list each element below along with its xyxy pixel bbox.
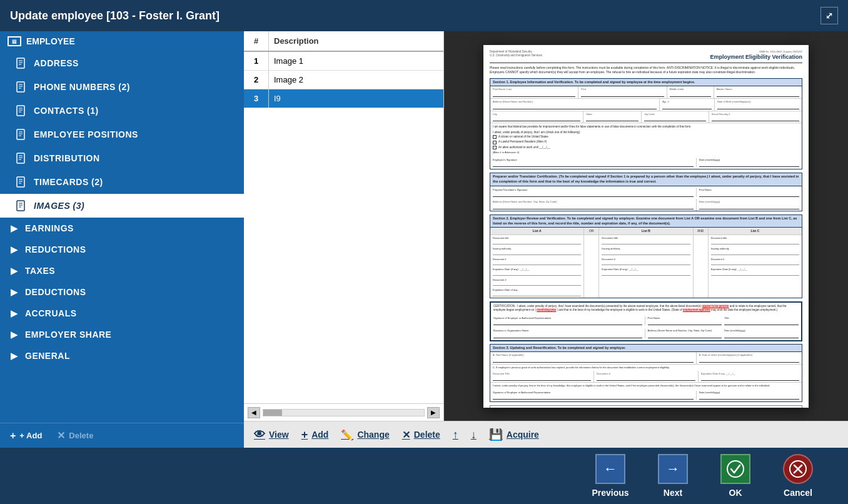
add-image-button[interactable]: + Add	[301, 428, 329, 441]
i9-city: City	[490, 111, 583, 123]
taxes-expand-arrow: ▶	[10, 266, 19, 275]
sidebar-item-timecards[interactable]: TIMECARDS (2)	[0, 170, 244, 194]
move-down-button[interactable]: ↓	[471, 428, 477, 441]
sidebar-item-employer-share[interactable]: ▶ EMPLOYER SHARE	[0, 324, 244, 345]
i9-address: Address (Street Name and Number)	[490, 99, 660, 111]
i9-zip: Zip Code	[642, 111, 709, 123]
sidebar-item-employee-positions[interactable]: EMPLOYEE POSITIONS	[0, 123, 244, 146]
row-num-3: 3	[244, 89, 269, 108]
i9-list-a-doc-title: Document title	[490, 235, 584, 246]
i9-list-b-doc-title: Document title	[599, 235, 693, 246]
sidebar-item-images[interactable]: IMAGES (3)	[0, 194, 244, 218]
delete-button[interactable]: ✕ Delete	[57, 430, 93, 441]
i9-footer-note: NOTE: This is the latin editor of the Fo…	[490, 405, 802, 407]
i9-state: State	[583, 111, 642, 123]
add-label: + Add	[19, 431, 42, 440]
ok-button[interactable]: OK	[710, 454, 760, 498]
i9-list-and-spacer5	[694, 277, 709, 288]
i9-list-b-header: List B	[599, 228, 693, 234]
employee-icon: ▤	[8, 36, 21, 46]
i9-employer-sig-row: Signature of Employer or Authorized Repr…	[491, 315, 801, 328]
i9-employer-org: Business or Organization Name	[493, 329, 645, 338]
cancel-button[interactable]: Cancel	[773, 454, 823, 498]
maximize-button[interactable]: ⤢	[820, 7, 838, 24]
sidebar-item-contacts[interactable]: CONTACTS (1)	[0, 99, 244, 123]
i9-list-data-2: Issuing authority Issuing authority	[490, 246, 802, 256]
table-row[interactable]: 1 Image 1	[244, 52, 443, 71]
acquire-label: Acquire	[507, 430, 539, 440]
sidebar-item-accruals[interactable]: ▶ ACCRUALS	[0, 303, 244, 324]
i9-list-and-spacer4	[694, 266, 709, 277]
previous-button[interactable]: ← Previous	[585, 454, 635, 498]
sidebar-item-general[interactable]: ▶ GENERAL	[0, 345, 244, 366]
horizontal-scrollbar[interactable]: ◀ ▶	[244, 403, 443, 421]
change-button[interactable]: ✏️ Change	[341, 429, 389, 441]
i9-list-a-expdate: Expiration Date of any...	[490, 287, 584, 298]
earnings-expand-arrow: ▶	[10, 224, 19, 233]
title-bar: Update employee [103 - Foster I. Grant] …	[0, 0, 848, 31]
general-expand-arrow: ▶	[10, 351, 19, 360]
i9-list-a-doc-num: Document #	[490, 256, 584, 267]
i9-list-c-exp: Expiration Date (if any): __/__/__	[709, 266, 802, 277]
i9-list-c-issuing: Issuing authority	[709, 246, 802, 256]
sidebar-item-deductions[interactable]: ▶ DEDUCTIONS	[0, 281, 244, 303]
svg-rect-8	[17, 106, 24, 116]
i9-header: Department of Homeland SecurityU.S. Citi…	[490, 50, 802, 63]
i9-preparer-name: Print Name	[697, 188, 799, 198]
table-row[interactable]: 2 Image 2	[244, 71, 443, 89]
sidebar-item-phone-numbers[interactable]: PHONE NUMBERS (2)	[0, 75, 244, 99]
svg-rect-24	[17, 201, 24, 211]
delete-image-button[interactable]: ✕ Delete	[402, 429, 440, 441]
i9-cb-citizen: A citizen or national of the United Stat…	[493, 135, 799, 139]
add-image-icon: +	[301, 428, 308, 441]
i9-list-data-3: Document # Document # Do	[490, 256, 802, 267]
i9-list-a-doc2: Document #	[490, 277, 584, 288]
i9-list-a-header: List A	[490, 228, 584, 234]
cancel-label: Cancel	[784, 488, 812, 498]
next-button[interactable]: → Next	[648, 454, 698, 498]
phone-icon	[15, 81, 28, 93]
move-up-button[interactable]: ↑	[453, 428, 458, 441]
i9-dob: Date of Birth (month/day/year)	[715, 99, 802, 111]
main-content: ▤ EMPLOYEE ADDRESS	[0, 31, 848, 448]
sidebar-item-phone-label: PHONE NUMBERS (2)	[34, 82, 130, 92]
sidebar-scroll[interactable]: ADDRESS PHONE NUMBERS (2)	[0, 51, 244, 423]
sidebar-item-timecards-label: TIMECARDS (2)	[34, 177, 103, 187]
i9-list-or-spacer2	[584, 246, 599, 256]
add-button[interactable]: + + Add	[10, 430, 42, 441]
i9-list-and-spacer	[694, 235, 709, 246]
sidebar-item-taxes[interactable]: ▶ TAXES	[0, 260, 244, 281]
acquire-icon: 💾	[489, 428, 503, 441]
sidebar-item-reductions[interactable]: ▶ REDUCTIONS	[0, 239, 244, 260]
i9-list-and-spacer3	[694, 256, 709, 267]
contacts-icon	[15, 104, 28, 117]
view-label: View	[269, 430, 289, 440]
row-desc-1: Image 1	[269, 52, 443, 70]
scroll-right-arrow[interactable]: ▶	[427, 407, 440, 418]
sidebar-item-address[interactable]: ADDRESS	[0, 51, 244, 75]
delete-image-label: Delete	[414, 430, 440, 440]
sidebar-item-earnings[interactable]: ▶ EARNINGS	[0, 218, 244, 239]
sidebar-item-distribution[interactable]: DISTRIBUTION	[0, 146, 244, 170]
svg-rect-12	[17, 129, 24, 139]
delete-label: Delete	[69, 431, 93, 440]
i9-form-title: Employment Eligibility Verification	[710, 53, 802, 61]
table-scroll[interactable]: 1 Image 1 2 Image 2 3 I9	[244, 52, 443, 403]
i9-s3-exp-date: Expiration Date if any: __/__/__	[699, 371, 802, 383]
i9-s3-doc-num: Document #	[594, 371, 698, 383]
content-area: # Description 1 Image 1 2 Image 2 3 I9	[244, 31, 848, 448]
sidebar-header: ▤ EMPLOYEE	[0, 31, 244, 51]
window-title: Update employee [103 - Foster I. Grant]	[10, 9, 220, 23]
acquire-button[interactable]: 💾 Acquire	[489, 428, 539, 441]
scroll-track[interactable]	[263, 409, 425, 416]
address-icon	[15, 57, 28, 69]
i9-preparer-address: Address (Street Name and Number, City, S…	[490, 199, 697, 211]
scroll-left-arrow[interactable]: ◀	[248, 407, 260, 418]
i9-list-and-spacer2	[694, 246, 709, 256]
i9-employee-sig-row: Employee's Signature Date (mm/dd/yyyy)	[490, 156, 802, 169]
i9-s3-sig-row: Signature of Employer or Authorized Repr…	[490, 389, 802, 402]
i9-employer-print-name: Print Name	[645, 316, 722, 326]
view-button[interactable]: 👁 View	[254, 428, 289, 441]
toolbar: 👁 View + Add ✏️ Change ✕ Delete ↑ ↓	[244, 421, 848, 448]
table-row-selected[interactable]: 3 I9	[244, 89, 443, 108]
